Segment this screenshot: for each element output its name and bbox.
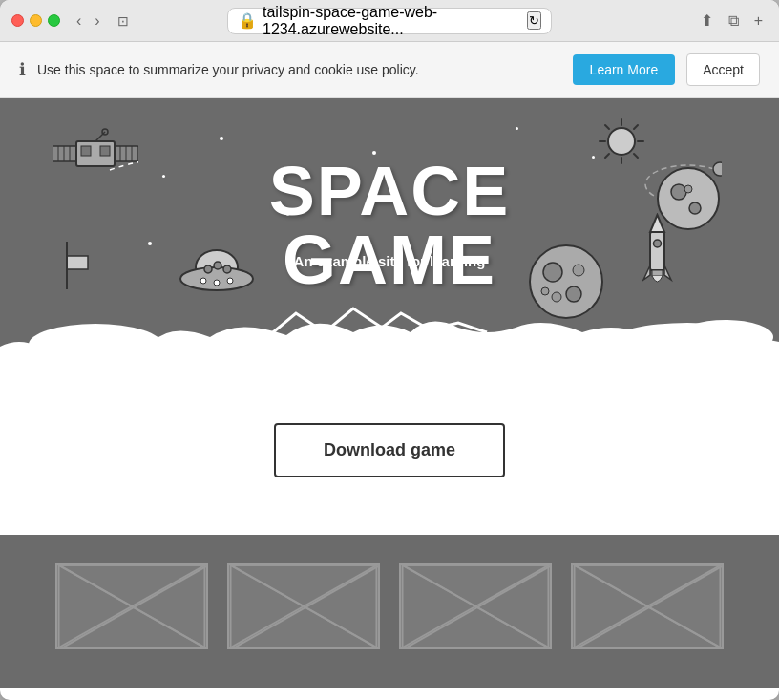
- lock-icon: 🔒: [238, 11, 257, 30]
- svg-point-26: [684, 185, 692, 193]
- download-section: Download game: [0, 366, 779, 535]
- download-button[interactable]: Download game: [274, 423, 505, 477]
- svg-rect-9: [81, 146, 91, 156]
- svg-point-42: [204, 265, 212, 273]
- forward-button[interactable]: ›: [90, 11, 104, 32]
- refresh-button[interactable]: ↻: [527, 11, 541, 30]
- footer-image-3: [399, 563, 552, 649]
- svg-marker-35: [650, 215, 664, 232]
- share-button[interactable]: ⬆: [696, 10, 718, 32]
- svg-rect-34: [650, 232, 664, 270]
- maximize-button[interactable]: [48, 14, 60, 27]
- svg-point-50: [29, 324, 162, 366]
- satellite-icon: [53, 127, 138, 184]
- cookie-banner: ℹ Use this space to summarize your priva…: [0, 42, 779, 98]
- cookie-text: Use this space to summarize your privacy…: [37, 62, 561, 77]
- hero-section: SPACE GAME An example site for learning: [0, 98, 779, 366]
- tab-view-button[interactable]: ⊡: [113, 11, 134, 31]
- star-decoration: [516, 127, 518, 130]
- new-tab-button[interactable]: ⧉: [724, 10, 744, 32]
- footer-image-4: [571, 563, 724, 649]
- minimize-button[interactable]: [30, 14, 42, 27]
- svg-line-11: [95, 132, 105, 141]
- svg-point-29: [543, 263, 562, 282]
- svg-point-43: [214, 262, 221, 269]
- svg-rect-56: [231, 565, 377, 647]
- svg-rect-62: [575, 565, 721, 647]
- svg-rect-39: [652, 270, 663, 276]
- svg-point-36: [654, 240, 662, 247]
- svg-rect-59: [403, 565, 549, 647]
- url-text: tailspin-space-game-web-1234.azurewebsit…: [263, 4, 521, 38]
- svg-point-44: [223, 265, 231, 273]
- hero-title: SPACE GAME: [269, 157, 511, 294]
- star-decoration: [148, 242, 152, 245]
- rocket-icon: [641, 213, 674, 289]
- svg-point-31: [573, 265, 584, 276]
- hero-subtitle: An example site for learning: [294, 253, 486, 269]
- info-icon: ℹ: [19, 59, 26, 80]
- svg-point-24: [671, 184, 686, 200]
- svg-point-25: [689, 202, 701, 214]
- svg-line-21: [605, 154, 609, 158]
- close-button[interactable]: [11, 14, 24, 27]
- svg-point-27: [713, 162, 722, 176]
- title-bar: ‹ › ⊡ 🔒 tailspin-space-game-web-1234.azu…: [0, 0, 779, 42]
- hero-title-line1: SPACE: [269, 157, 511, 225]
- svg-marker-38: [664, 265, 671, 280]
- svg-point-52: [678, 320, 773, 354]
- add-tab-button[interactable]: +: [749, 10, 768, 32]
- svg-point-13: [608, 128, 635, 155]
- address-bar[interactable]: 🔒 tailspin-space-game-web-1234.azurewebs…: [227, 8, 552, 34]
- back-button[interactable]: ‹: [72, 11, 86, 32]
- star-decoration: [162, 175, 165, 178]
- svg-rect-10: [100, 146, 110, 156]
- star-decoration: [220, 137, 223, 140]
- footer-image-2: [227, 563, 380, 649]
- footer-image-1: [55, 563, 208, 649]
- nav-buttons: ‹ ›: [72, 11, 105, 32]
- star-decoration: [592, 156, 595, 159]
- svg-rect-53: [59, 565, 205, 647]
- footer-section: [0, 535, 779, 688]
- browser-window: ‹ › ⊡ 🔒 tailspin-space-game-web-1234.azu…: [0, 0, 779, 700]
- toolbar-right: ⬆ ⧉ +: [696, 10, 768, 32]
- traffic-lights: [11, 14, 60, 27]
- learn-more-button[interactable]: Learn More: [573, 54, 676, 85]
- svg-line-18: [605, 125, 609, 129]
- svg-rect-48: [67, 256, 88, 269]
- accept-button[interactable]: Accept: [686, 53, 760, 86]
- svg-line-20: [634, 125, 638, 129]
- svg-marker-37: [643, 265, 650, 280]
